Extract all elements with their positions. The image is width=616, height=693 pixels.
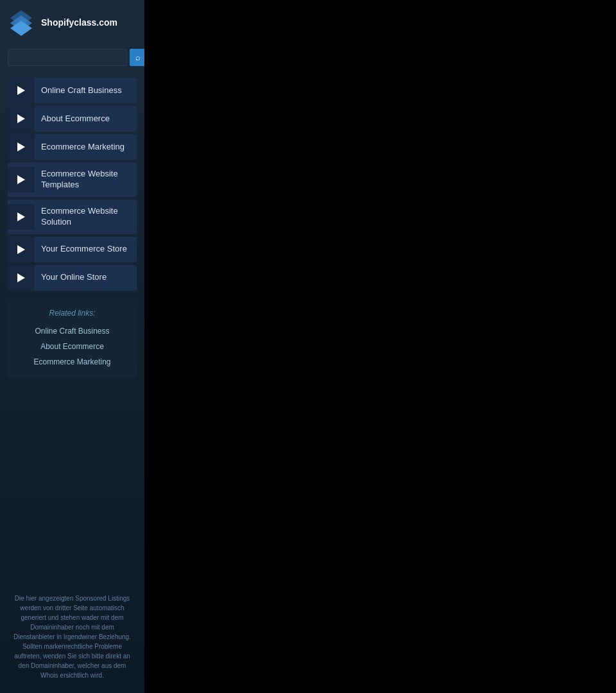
logo-icon <box>8 9 35 36</box>
logo-text: Shopifyclass.com <box>41 17 117 28</box>
disclaimer: Die hier angezeigten Sponsored Listings … <box>8 587 137 687</box>
nav-item-your-online-store[interactable]: Your Online Store <box>8 265 137 291</box>
related-links-title: Related links: <box>14 309 130 318</box>
nav-item-online-craft-business[interactable]: Online Craft Business <box>8 78 137 103</box>
search-input[interactable] <box>8 49 127 66</box>
related-link-ecommerce-marketing[interactable]: Ecommerce Marketing <box>14 355 130 369</box>
play-icon <box>8 167 35 193</box>
play-icon <box>8 237 35 262</box>
nav-item-your-ecommerce-store[interactable]: Your Ecommerce Store <box>8 237 137 262</box>
nav-item-ecommerce-marketing[interactable]: Ecommerce Marketing <box>8 134 137 160</box>
nav-item-label: Your Ecommerce Store <box>35 237 133 261</box>
play-icon <box>8 106 35 132</box>
sidebar: Shopifyclass.com ⌕ Online Craft Business… <box>0 0 144 693</box>
nav-item-about-ecommerce[interactable]: About Ecommerce <box>8 106 137 132</box>
search-area: ⌕ <box>0 45 144 74</box>
nav-item-label: Ecommerce Website Templates <box>35 162 137 197</box>
nav-item-label: Ecommerce Website Solution <box>35 200 137 234</box>
nav-items: Online Craft Business About Ecommerce Ec… <box>0 74 144 295</box>
search-icon: ⌕ <box>135 53 141 62</box>
related-link-about-ecommerce[interactable]: About Ecommerce <box>14 339 130 354</box>
nav-item-label: Ecommerce Marketing <box>35 135 131 159</box>
play-icon <box>8 265 35 291</box>
disclaimer-text: Die hier angezeigten Sponsored Listings … <box>13 595 131 679</box>
logo-area: Shopifyclass.com <box>0 0 144 45</box>
nav-item-label: Online Craft Business <box>35 79 128 103</box>
main-content <box>144 0 616 693</box>
nav-item-ecommerce-website-templates[interactable]: Ecommerce Website Templates <box>8 162 137 197</box>
nav-item-label: Your Online Store <box>35 266 113 289</box>
related-link-online-craft-business[interactable]: Online Craft Business <box>14 324 130 338</box>
nav-item-label: About Ecommerce <box>35 107 116 131</box>
related-links: Related links: Online Craft Business Abo… <box>8 301 137 378</box>
play-icon <box>8 78 35 103</box>
play-icon <box>8 134 35 160</box>
nav-item-ecommerce-website-solution[interactable]: Ecommerce Website Solution <box>8 200 137 234</box>
play-icon <box>8 204 35 230</box>
